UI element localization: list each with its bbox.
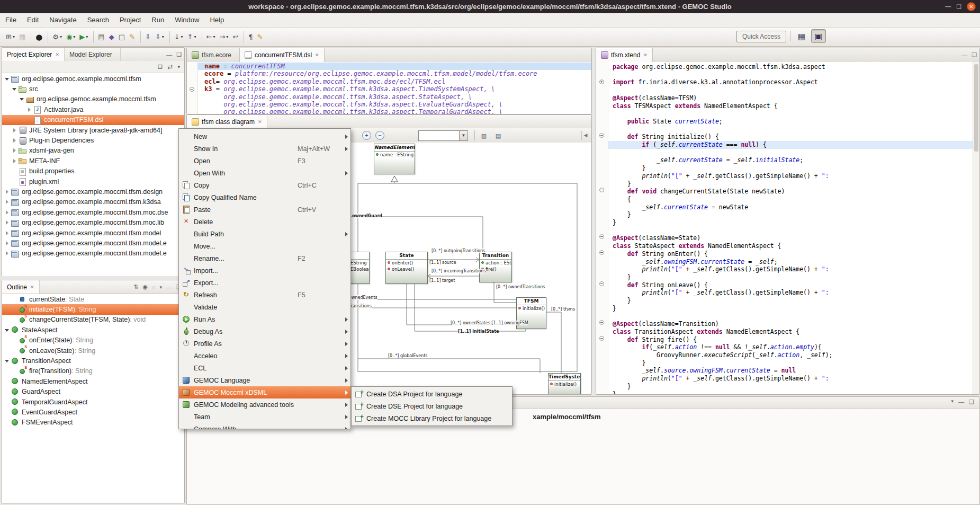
tree-item[interactable]: org.eclipse.gemoc.example.moccml.tfsm.mo… xyxy=(2,207,184,217)
expand-arrow-icon[interactable] xyxy=(12,169,17,174)
outline-item[interactable]: TemporalGuardAspect xyxy=(2,397,184,407)
toolbar-button[interactable]: ⇩▾ xyxy=(154,31,166,43)
fold-marker-icon[interactable] xyxy=(599,188,604,192)
submenu-item[interactable]: Create MOCC Library Project for language xyxy=(352,412,512,424)
panel-minimize-icon[interactable]: — xyxy=(166,284,172,290)
toolbar-button[interactable]: ⇩▾ xyxy=(143,31,152,43)
toolbar-button[interactable]: ▾ xyxy=(140,31,141,43)
view-tab[interactable]: Outline✕ xyxy=(2,280,40,294)
combo-arrow-icon[interactable]: ▼ xyxy=(459,131,467,140)
view-menu-icon[interactable]: ▾ xyxy=(177,64,180,69)
expand-arrow-icon[interactable] xyxy=(5,327,10,333)
dropdown-arrow-icon[interactable]: ▾ xyxy=(60,34,62,39)
minimize-icon[interactable]: — xyxy=(945,0,951,13)
toolbar-button[interactable]: ▶▾ xyxy=(78,31,89,43)
tree-item[interactable]: Activator.java xyxy=(2,104,184,114)
menu-item[interactable]: GEMOC Modeling advanced tools xyxy=(179,398,350,411)
tab-close-icon[interactable]: ✕ xyxy=(55,52,59,57)
outline-item[interactable]: EventGuardAspect xyxy=(2,407,184,417)
fold-marker-icon[interactable] xyxy=(599,336,604,341)
expand-arrow-icon[interactable] xyxy=(5,210,10,215)
zoom-in-icon[interactable]: + xyxy=(362,131,371,140)
class-attribute[interactable]: action : EString xyxy=(480,260,511,266)
tree-item[interactable]: xdsml-java-gen xyxy=(2,146,184,156)
menu-item[interactable]: Validate xyxy=(179,301,350,313)
panel-minimize-icon[interactable]: — xyxy=(958,398,964,405)
perspective-button[interactable]: ▦ xyxy=(794,29,809,43)
toolbar-button[interactable]: ●▾ xyxy=(34,31,44,43)
export-diagram-icon[interactable]: ▥ xyxy=(479,131,489,141)
editor-tab[interactable]: concurrentTFSM.dsl✕ xyxy=(240,48,325,62)
collapse-all-icon[interactable]: ⊟ xyxy=(157,63,163,70)
outline-item[interactable]: fire(Transition) : String xyxy=(2,366,184,376)
menu-item[interactable]: OpenF3 xyxy=(179,155,350,167)
outline-item[interactable]: currentState : State xyxy=(2,294,184,304)
sort-icon[interactable]: ⇅ xyxy=(133,283,138,290)
menu-item[interactable]: Team xyxy=(179,411,350,423)
expand-arrow-icon[interactable] xyxy=(12,86,17,92)
expand-arrow-icon[interactable] xyxy=(5,389,10,394)
class-node-transition[interactable]: Transition action : EString fire() xyxy=(479,252,512,282)
expand-arrow-icon[interactable] xyxy=(27,107,32,112)
panel-maximize-icon[interactable]: ❑ xyxy=(176,51,182,58)
dropdown-arrow-icon[interactable]: ▾ xyxy=(86,34,88,39)
tree-item[interactable]: org.eclipse.gemoc.example.moccml.tfsm.k3… xyxy=(2,197,184,207)
toolbar-button[interactable]: ←▾ xyxy=(205,31,217,43)
outline-item[interactable]: changeCurrentState(TFSM, State) : void xyxy=(2,315,184,325)
submenu-item[interactable]: Create DSE Project for language xyxy=(352,400,512,412)
expand-arrow-icon[interactable] xyxy=(5,241,10,246)
menu-item[interactable]: RefreshF5 xyxy=(179,289,350,301)
outline-item[interactable]: StateAspect xyxy=(2,325,184,335)
menu-item[interactable]: Show InMaj+Alt+W xyxy=(179,143,350,155)
tree-item[interactable]: plugin.xml xyxy=(2,176,184,187)
expand-arrow-icon[interactable] xyxy=(12,348,17,353)
menu-item[interactable]: Debug As xyxy=(179,325,350,338)
dropdown-arrow-icon[interactable]: ▾ xyxy=(213,34,215,39)
expand-arrow-icon[interactable] xyxy=(5,76,10,82)
class-operation[interactable]: initialize() xyxy=(549,381,580,387)
fold-marker-icon[interactable] xyxy=(599,320,604,325)
toolbar-button[interactable]: ✎▾ xyxy=(128,31,137,43)
dsl-editor[interactable]: name = concurrentTFSM ecore = platform:/… xyxy=(187,62,591,114)
expand-arrow-icon[interactable] xyxy=(12,338,17,343)
toolbar-button[interactable]: ▾ xyxy=(48,31,48,43)
tree-item[interactable]: src xyxy=(2,84,184,94)
tab-close-icon[interactable]: ✕ xyxy=(315,52,319,58)
class-operation[interactable]: onLeave() xyxy=(386,266,427,272)
menubar-item[interactable]: Run xyxy=(146,13,169,27)
fold-marker-icon[interactable] xyxy=(599,281,604,286)
fold-marker-icon[interactable] xyxy=(190,87,194,92)
xtend-code[interactable]: package org.eclipse.gemoc.example.moccml… xyxy=(608,62,973,394)
quick-access-button[interactable]: Quick Access xyxy=(736,31,786,42)
expand-arrow-icon[interactable] xyxy=(5,410,10,415)
menubar-item[interactable]: Search xyxy=(82,13,114,27)
menu-item[interactable]: Profile As xyxy=(179,338,350,350)
panel-minimize-icon[interactable]: — xyxy=(961,52,967,58)
editor-scrollbar[interactable] xyxy=(973,62,979,394)
menu-item[interactable]: GEMOC Moccml xDSML xyxy=(179,386,350,398)
toolbar-button[interactable]: ⊞▾ xyxy=(4,31,16,43)
toolbar-button[interactable]: ◉▾ xyxy=(65,31,77,43)
maximize-icon[interactable]: ❑ xyxy=(956,0,961,13)
class-node-namedelement[interactable]: NamedElement name : EString xyxy=(374,144,415,174)
menu-item[interactable]: Build Path xyxy=(179,228,350,240)
perspective-button[interactable]: ▣ xyxy=(811,29,826,43)
hide-fields-icon[interactable]: ◉ xyxy=(142,283,148,290)
toolbar-button[interactable]: ¶▾ xyxy=(247,31,254,43)
class-operation[interactable]: initialize() xyxy=(517,305,546,312)
zoom-out-icon[interactable]: − xyxy=(375,131,384,140)
menubar-item[interactable]: Navigate xyxy=(44,13,82,27)
xtend-editor[interactable]: package org.eclipse.gemoc.example.moccml… xyxy=(596,62,979,394)
outline-item[interactable]: FSMEventAspect xyxy=(2,418,184,428)
tree-item[interactable]: JRE System Library [oracle-java8-jdk-amd… xyxy=(2,125,184,135)
outline-item[interactable]: TransitionAspect xyxy=(2,356,184,366)
tree-item[interactable]: org.eclipse.gemoc.example.moccml.tfsm.mo… xyxy=(2,238,184,248)
menu-item[interactable]: GEMOC Language xyxy=(179,374,350,386)
menubar-item[interactable]: Window xyxy=(169,13,204,27)
view-menu-icon[interactable]: ▾ xyxy=(160,285,163,290)
expand-arrow-icon[interactable] xyxy=(5,358,10,364)
tab-close-icon[interactable]: ✕ xyxy=(30,285,34,290)
menubar-item[interactable]: File xyxy=(0,13,22,27)
panel-minimize-icon[interactable]: — xyxy=(166,51,172,58)
toolbar-button[interactable]: ↑▾ xyxy=(186,31,198,43)
